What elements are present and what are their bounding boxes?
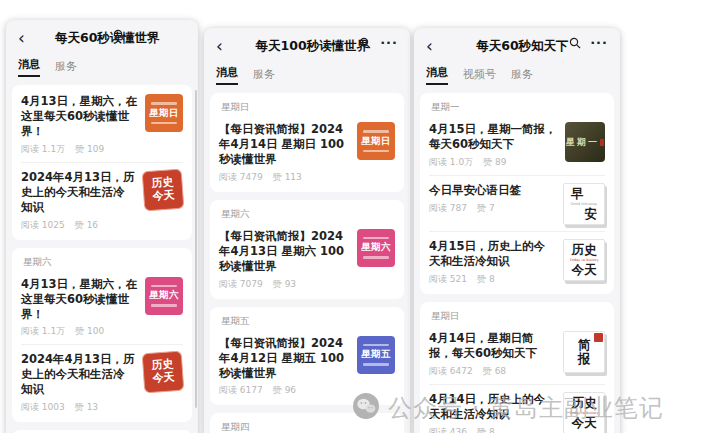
group-date-label: 星期六 (219, 202, 395, 222)
message-item[interactable]: 4月15日，历史上的今天和生活冷知识阅读 521赞 8历史Today in hi… (429, 231, 605, 292)
message-group-card: 星期日【每日资讯简报】2024年4月14日 星期日 100秒读懂世界阅读 747… (210, 93, 404, 192)
like-count: 赞 93 (273, 278, 296, 291)
weekday-badge-thumbnail: 星期日 (357, 122, 395, 160)
card-thumbnail: 历史Today in history今天 (563, 392, 605, 433)
back-icon[interactable]: ‹ (424, 38, 435, 55)
search-icon[interactable] (569, 37, 581, 49)
message-text: 4月13日，星期六，在这里每天60秒读懂世界！阅读 1.1万赞 100 (21, 277, 137, 339)
like-count: 赞 8 (477, 426, 495, 433)
message-stats: 阅读 6472赞 68 (429, 365, 555, 378)
message-item[interactable]: 2024年4月13日，历史上的今天和生活冷知识阅读 1003赞 13历史今天 (21, 344, 183, 420)
tab-services[interactable]: 服务 (55, 59, 77, 77)
card-thumbnail: 历史Today in history今天 (563, 239, 605, 281)
like-count: 赞 89 (483, 156, 506, 169)
more-menu-icon[interactable]: ··· (134, 28, 152, 41)
history-seal-thumbnail: 历史今天 (142, 168, 185, 211)
back-icon[interactable]: ‹ (214, 38, 225, 55)
message-title: 2024年4月13日，历史上的今天和生活冷知识 (21, 352, 135, 397)
message-item[interactable]: 2024年4月13日，历史上的今天和生活冷知识阅读 1025赞 16历史今天 (21, 162, 183, 238)
message-text: 4月14日，星期日简报，每天60秒知天下阅读 6472赞 68 (429, 331, 555, 378)
message-title: 今日早安心语日签 (429, 183, 555, 198)
message-text: 【每日资讯简报】2024年4月13日 星期六 100秒读懂世界阅读 7079赞 … (219, 229, 349, 291)
header-bar: ‹ 每天100秒读懂世界 ··· (204, 28, 410, 58)
seal-line: 今天 (152, 189, 175, 203)
read-count: 阅读 1025 (21, 219, 65, 232)
message-title: 4月15日，历史上的今天和生活冷知识 (429, 239, 555, 269)
message-stats: 阅读 1.1万赞 100 (21, 325, 137, 338)
screenshot-collage: ‹ 每天60秒读懂世界 ··· 消息服务 4月13日，星期六，在这里每天60秒读… (0, 0, 702, 433)
message-item[interactable]: 4月15日，星期一简报，每天60秒知天下阅读 1.0万赞 89星期一 (429, 115, 605, 175)
group-date-label: 星期一 (429, 95, 605, 115)
weekday-badge-label: 星期六 (149, 289, 179, 302)
message-title: 4月14日，历史上的今天和生活冷知识 (429, 392, 555, 422)
weekday-badge-label: 星期日 (149, 107, 179, 120)
card-line: 报 (578, 352, 591, 366)
photo-label: 星期一 (566, 136, 604, 149)
tab-messages[interactable]: 消息 (18, 57, 40, 77)
message-title: 4月14日，星期日简报，每天60秒知天下 (429, 331, 555, 361)
message-item[interactable]: 【每日资讯简报】2024年4月12日 星期五 100秒读懂世界阅读 6177赞 … (219, 329, 395, 404)
message-title: 【每日资讯简报】2024年4月12日 星期五 100秒读懂世界 (219, 336, 349, 381)
read-count: 阅读 1.0万 (429, 156, 473, 169)
read-count: 阅读 787 (429, 202, 467, 215)
read-count: 阅读 1.1万 (21, 325, 65, 338)
message-title: 2024年4月13日，历史上的今天和生活冷知识 (21, 170, 135, 215)
read-count: 阅读 7479 (219, 171, 263, 184)
like-count: 赞 96 (273, 384, 296, 397)
like-count: 赞 68 (483, 365, 506, 378)
card-line: 历史 (572, 243, 597, 257)
back-icon[interactable]: ‹ (16, 30, 27, 47)
message-title: 【每日资讯简报】2024年4月14日 星期日 100秒读懂世界 (219, 122, 349, 167)
weekday-badge-thumbnail: 星期六 (357, 229, 395, 267)
like-count: 赞 16 (75, 219, 98, 232)
scrollbar[interactable] (195, 90, 198, 408)
message-stats: 阅读 1003赞 13 (21, 401, 135, 414)
message-stats: 阅读 521赞 8 (429, 273, 555, 286)
message-group-card: 星期六【每日资讯简报】2024年4月13日 星期六 100秒读懂世界阅读 707… (210, 200, 404, 299)
message-text: 今日早安心语日签阅读 787赞 7 (429, 183, 555, 215)
phone-screenshot-panel-2: ‹ 每天100秒读懂世界 ··· 消息服务 星期日【每日资讯简报】2024年4月… (204, 28, 410, 433)
red-corner-mark (594, 333, 603, 342)
message-item[interactable]: 【每日资讯简报】2024年4月13日 星期六 100秒读懂世界阅读 7079赞 … (219, 222, 395, 297)
search-icon[interactable] (113, 29, 125, 41)
message-stats: 阅读 436赞 8 (429, 426, 555, 433)
message-stats: 阅读 7479赞 113 (219, 171, 349, 184)
tab-messages[interactable]: 消息 (216, 65, 238, 85)
card-line: 安 (585, 207, 598, 221)
card-subtext: Today in history (569, 258, 598, 262)
card-line: 早 (571, 187, 584, 201)
like-count: 赞 109 (75, 143, 104, 156)
header-bar: ‹ 每天60秒知天下 ··· (414, 28, 620, 58)
phone-screenshot-panel-1: ‹ 每天60秒读懂世界 ··· 消息服务 4月13日，星期六，在这里每天60秒读… (6, 20, 198, 433)
message-item[interactable]: 4月13日，星期六，在这里每天60秒读懂世界！阅读 1.1万赞 109星期日 (21, 87, 183, 162)
message-item[interactable]: 今日早安心语日签阅读 787赞 7早Good Morning安 (429, 175, 605, 231)
tab-messages[interactable]: 消息 (426, 65, 448, 85)
message-group-card: 星期六4月13日，星期六，在这里每天60秒读懂世界！阅读 1.1万赞 100星期… (12, 248, 192, 423)
card-thumbnail: 简报 (563, 331, 605, 373)
more-menu-icon[interactable]: ··· (590, 36, 608, 49)
card-subtext: Good Morning (571, 202, 597, 206)
tab-channels[interactable]: 视频号 (463, 67, 496, 85)
tab-bar: 消息服务 (6, 50, 198, 83)
card-line: 今天 (572, 263, 597, 277)
message-item[interactable]: 4月13日，星期六，在这里每天60秒读懂世界！阅读 1.1万赞 100星期六 (21, 270, 183, 345)
message-stats: 阅读 1.1万赞 109 (21, 143, 137, 156)
more-menu-icon[interactable]: ··· (380, 36, 398, 49)
tab-services[interactable]: 服务 (253, 67, 275, 85)
message-stats: 阅读 1.0万赞 89 (429, 156, 557, 169)
tab-services[interactable]: 服务 (511, 67, 533, 85)
header-icons: ··· (569, 36, 608, 49)
message-item[interactable]: 4月14日，星期日简报，每天60秒知天下阅读 6472赞 68简报 (429, 324, 605, 384)
tab-bar: 消息视频号服务 (414, 58, 620, 91)
search-icon[interactable] (359, 37, 371, 49)
seal-line: 今天 (152, 372, 175, 386)
message-stats: 阅读 7079赞 93 (219, 278, 349, 291)
header-bar: ‹ 每天60秒读懂世界 ··· (6, 20, 198, 50)
photo-thumbnail: 星期一 (565, 122, 605, 162)
message-item[interactable]: 4月14日，历史上的今天和生活冷知识阅读 436赞 8历史Today in hi… (429, 384, 605, 433)
tab-bar: 消息服务 (204, 58, 410, 91)
read-count: 阅读 7079 (219, 278, 263, 291)
weekday-badge-thumbnail: 星期六 (145, 277, 183, 315)
message-item[interactable]: 【每日资讯简报】2024年4月14日 星期日 100秒读懂世界阅读 7479赞 … (219, 115, 395, 190)
history-seal-thumbnail: 历史今天 (142, 351, 185, 394)
